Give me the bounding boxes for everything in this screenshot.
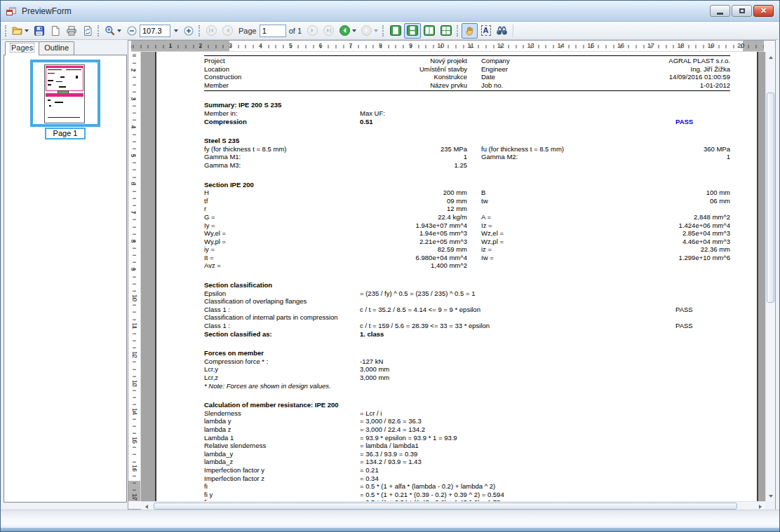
doc-cell: 1.424e+06 mm^4 [506,221,730,230]
doc-row: Section classification [204,281,730,289]
doc-row: Class 1 :c / t = 159 / 5.6 = 28.39 <= 33… [204,322,730,330]
thumbnail-page [44,64,85,123]
continuous-view-button[interactable] [404,23,421,39]
doc-cell: lambda_y [204,450,233,458]
zoom-value-input[interactable] [140,25,170,37]
thumbnail-mark [66,69,81,70]
doc-cell: Lambda 1 [204,434,234,442]
title-bar[interactable]: PreviewForm ✕ [1,1,779,22]
tab-outline[interactable]: Outline [39,41,74,55]
ruler-margin-shade-right [743,41,764,51]
ruler-number: 12 [497,42,504,49]
doc-row: MemberNázev prvkuJob no.1-01-2012 [204,81,730,90]
doc-body: Summary: IPE 200 S 235Member in:Max UF:C… [204,101,730,501]
toolstrip-grip[interactable] [457,25,459,36]
zoom-out-button[interactable] [123,23,140,39]
ruler-number: 15 [131,437,138,444]
page-setup-button[interactable] [79,23,95,39]
window-title: PreviewForm [22,6,72,16]
doc-row: iy =82.59 mmiz =22.36 mm [204,245,730,254]
ruler-number: 6 [318,42,322,49]
doc-row: Wy,el =1.94e+05 mm^3Wz,el =2.85e+04 mm^3 [204,229,730,238]
doc-section: Steel S 235fy (for thickness t = 8.5 mm)… [204,137,730,169]
doc-cell: Forces on member [204,349,264,357]
sidebar: Pages Outline [4,41,127,503]
zoom-in-tool-button[interactable] [102,23,123,39]
toolstrip-grip[interactable] [98,25,100,36]
doc-section: Section IPE 200H200 mmB100 mmtf09 mmtw06… [204,181,730,271]
text-select-button[interactable]: A [478,23,494,39]
doc-cell: = 0.34 [360,475,379,483]
doc-cell: A = [481,213,491,221]
doc-cell: fi y [204,491,213,499]
doc-row: Iy =1.943e+07 mm^4Iz =1.424e+06 mm^4 [204,221,730,230]
doc-cell: Imperfection factor z [204,475,264,483]
scroll-down-button[interactable] [766,491,776,501]
doc-cell: 3,000 mm [360,374,389,382]
find-button[interactable] [494,23,510,39]
hand-tool-button[interactable] [462,23,478,39]
doc-cell: B [481,189,485,197]
doc-cell: Gamma M1: [204,153,241,161]
new-page-button[interactable] [47,23,63,39]
ruler-number: 18 [678,42,685,49]
back-button[interactable] [337,23,358,39]
doc-cell: G = [204,213,215,221]
four-page-view-icon [440,25,452,36]
scroll-up-button[interactable] [766,52,776,62]
doc-row: Classification of overlaping flanges [204,297,730,306]
document-canvas: ProjectNový projektCompanyAGRAL PLAST s.… [141,52,765,501]
minimize-button[interactable] [710,5,730,17]
next-page-button[interactable] [304,23,321,39]
tab-pages[interactable]: Pages [5,41,39,55]
toolstrip-grip[interactable] [5,25,7,36]
doc-row: Gamma M3:1.25 [204,161,730,170]
doc-cell: lambda z [204,425,231,434]
single-page-view-button[interactable] [387,23,404,39]
ruler-number: 11 [131,323,138,329]
maximize-button[interactable] [732,5,752,17]
magnifier-plus-icon [105,25,116,36]
horizontal-scroll-thumb[interactable] [154,503,737,510]
doc-cell: = 134.2 / 93.9 = 1.43 [360,458,422,466]
two-page-view-button[interactable] [421,23,438,39]
doc-cell: Construction [204,73,241,81]
close-button[interactable]: ✕ [753,5,774,17]
thumbnail-mark [48,73,55,74]
doc-cell: AGRAL PLAST s.r.o. [506,57,730,65]
doc-cell: Umístění stavby [320,65,467,74]
page-thumbnail[interactable] [30,60,100,127]
first-page-button[interactable] [203,23,220,39]
vertical-scrollbar[interactable] [765,52,775,501]
plus-circle-icon [183,25,194,36]
four-page-view-button[interactable] [438,23,455,39]
doc-cell: Section IPE 200 [204,181,254,189]
doc-cell: Iy = [204,221,215,230]
thumbnail-mark [48,80,53,81]
doc-cell: 2,848 mm^2 [506,213,730,221]
doc-row: LocationUmístění stavbyEngineerIng. Jiří… [204,65,730,74]
doc-row: fy (for thickness t = 8.5 mm)235 MPafu (… [204,145,730,154]
zoom-combo-caret-button[interactable] [170,23,180,39]
page-number-input[interactable] [260,25,286,37]
open-button[interactable] [10,23,31,39]
page-thumbnail-caption[interactable]: Page 1 [45,128,86,139]
toolstrip-grip[interactable] [382,25,384,36]
doc-cell: 100 mm [506,189,730,197]
doc-cell: = 3,000 / 22.4 = 134.2 [360,425,425,434]
doc-row: fi y= 0.5 * (1 + 0.21 * (0.39 - 0.2) + 0… [204,491,730,499]
toolstrip-grip[interactable] [199,25,201,36]
ruler-number: 5 [130,154,137,157]
prev-page-button[interactable] [220,23,236,39]
doc-row: Class 1 :c / t = 35.2 / 8.5 = 4.14 <= 9 … [204,306,730,314]
save-button[interactable] [31,23,47,39]
ruler-number: 8 [379,42,382,49]
doc-cell: Slenderness [204,409,241,418]
last-page-button[interactable] [321,23,337,39]
forward-button[interactable] [358,23,380,39]
zoom-in-button[interactable] [180,23,196,39]
vertical-scroll-thumb[interactable] [767,93,774,303]
print-button[interactable] [63,23,79,39]
ruler-number: 2 [199,42,202,49]
ruler-number: 20 [737,42,744,49]
